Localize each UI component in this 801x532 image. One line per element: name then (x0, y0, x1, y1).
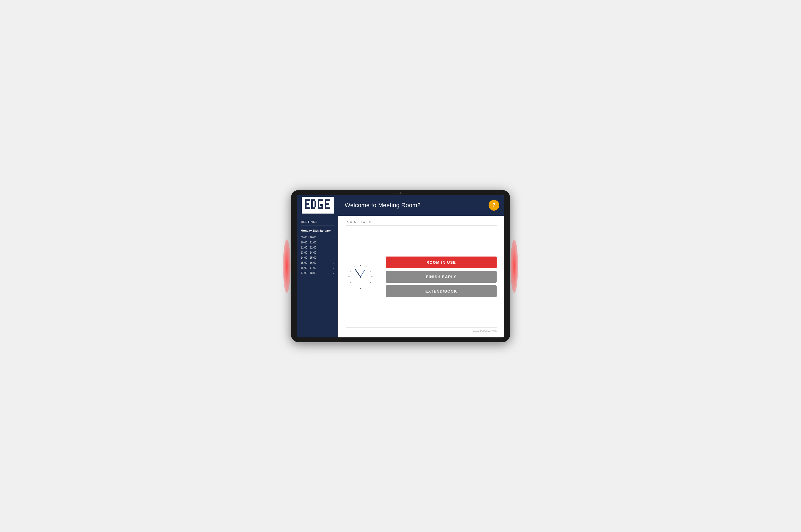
svg-point-20 (371, 276, 373, 277)
logo-text (304, 198, 331, 212)
meeting-slots-list: 09:00 - 10:00 ⌄ 10:00 - 11:00 ⌄ 11:00 - … (301, 235, 335, 276)
buttons-area: ROOM IN USE FINISH EARLY EXTEND/BOOK (386, 256, 497, 297)
svg-rect-2 (305, 204, 309, 205)
main-content: MEETINGS Monday 28th January 09:00 - 10:… (297, 216, 504, 337)
svg-point-18 (360, 288, 361, 289)
header: Welcome to Meeting Room2 ? (297, 195, 504, 216)
svg-point-28 (355, 266, 355, 267)
chevron-icon: ⌄ (333, 272, 335, 274)
svg-rect-16 (325, 207, 330, 209)
svg-point-31 (360, 276, 361, 278)
list-item[interactable]: 10:00 - 11:00 ⌄ (301, 240, 335, 245)
logo-block (297, 195, 338, 216)
svg-point-19 (348, 276, 349, 277)
help-icon: ? (493, 202, 496, 208)
room-in-use-button[interactable]: ROOM IN USE (386, 256, 497, 268)
camera-dot (400, 192, 402, 194)
header-title: Welcome to Meeting Room2 (345, 202, 421, 209)
svg-rect-14 (325, 200, 330, 201)
logo-svg (304, 198, 331, 210)
slot-time: 17:00 - 18:00 (301, 271, 317, 274)
svg-point-22 (370, 271, 371, 272)
screen: Welcome to Meeting Room2 ? MEETINGS Mond… (297, 195, 504, 337)
clock-container (346, 262, 375, 291)
logo-inner (302, 197, 334, 213)
tablet-body: Welcome to Meeting Room2 ? MEETINGS Mond… (291, 190, 510, 342)
status-divider (346, 225, 497, 226)
chevron-icon: ⌄ (333, 241, 335, 244)
svg-rect-10 (318, 200, 319, 209)
slot-time: 13:00 - 14:00 (301, 251, 317, 254)
chevron-icon: ⌄ (333, 251, 335, 254)
list-item[interactable]: 14:00 - 15:00 ⌄ (301, 255, 335, 260)
svg-point-25 (355, 287, 355, 287)
svg-point-21 (366, 266, 367, 267)
list-item[interactable]: 15:00 - 16:00 ⌄ (301, 260, 335, 265)
svg-rect-12 (320, 204, 323, 206)
slot-time: 09:00 - 10:00 (301, 236, 317, 239)
svg-point-27 (350, 271, 351, 272)
slot-time: 10:00 - 11:00 (301, 241, 317, 244)
list-item[interactable]: 17:00 - 18:00 ⌄ (301, 270, 335, 276)
svg-line-29 (355, 270, 360, 277)
slot-time: 14:00 - 15:00 (301, 256, 317, 259)
chevron-icon: ⌄ (333, 236, 335, 239)
svg-rect-15 (325, 204, 329, 205)
right-panel: ROOM STATUS (338, 216, 504, 337)
svg-rect-5 (311, 200, 315, 201)
device-frame: Welcome to Meeting Room2 ? MEETINGS Mond… (286, 190, 515, 342)
svg-point-17 (360, 265, 361, 266)
sidebar: MEETINGS Monday 28th January 09:00 - 10:… (297, 216, 338, 337)
room-status-label: ROOM STATUS (346, 221, 497, 224)
sidebar-divider (301, 226, 335, 226)
chevron-icon: ⌄ (333, 267, 335, 269)
list-item[interactable]: 09:00 - 10:00 ⌄ (301, 235, 335, 240)
footer-url: www.sedaolive.com (346, 330, 497, 332)
finish-early-button[interactable]: FINISH EARLY (386, 271, 497, 283)
help-button[interactable]: ? (489, 200, 499, 211)
glow-right (511, 240, 518, 293)
chevron-icon: ⌄ (333, 262, 335, 264)
svg-line-30 (360, 270, 365, 277)
slot-time: 11:00 - 12:00 (301, 246, 317, 249)
status-content: ROOM IN USE FINISH EARLY EXTEND/BOOK (346, 231, 497, 323)
svg-point-24 (366, 287, 367, 287)
chevron-icon: ⌄ (333, 246, 335, 249)
svg-rect-3 (305, 207, 310, 209)
svg-rect-7 (314, 201, 316, 207)
sidebar-title: MEETINGS (301, 221, 335, 224)
svg-point-26 (350, 282, 351, 283)
sidebar-date: Monday 28th January (301, 229, 335, 232)
slot-time: 15:00 - 16:00 (301, 261, 317, 264)
analog-clock (346, 262, 375, 291)
list-item[interactable]: 16:00 - 17:00 ⌄ (301, 265, 335, 270)
list-item[interactable]: 13:00 - 14:00 ⌄ (301, 250, 335, 255)
svg-point-23 (370, 282, 371, 283)
chevron-icon: ⌄ (333, 256, 335, 259)
list-item[interactable]: 11:00 - 12:00 ⌄ (301, 245, 335, 250)
svg-rect-1 (305, 200, 310, 201)
slot-time: 16:00 - 17:00 (301, 266, 317, 269)
glow-left (283, 240, 290, 293)
extend-book-button[interactable]: EXTEND/BOOK (386, 285, 497, 297)
svg-rect-6 (311, 207, 315, 209)
header-title-area: Welcome to Meeting Room2 (338, 195, 489, 216)
